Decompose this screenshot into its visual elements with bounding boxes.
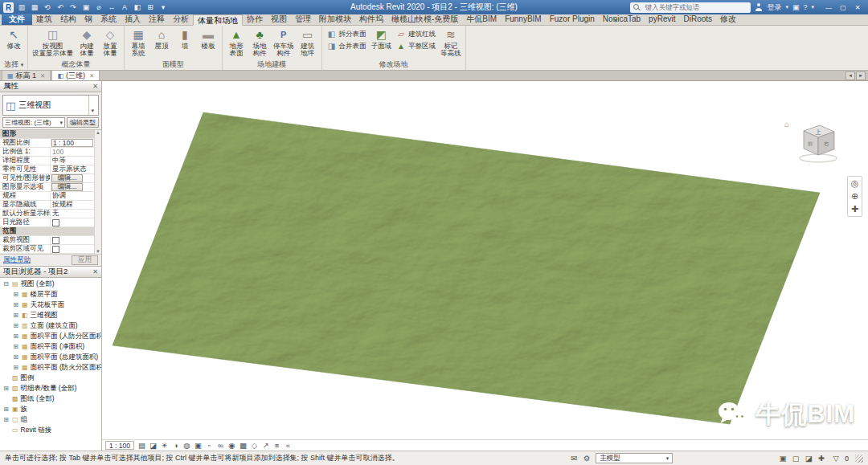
parking-component-button[interactable]: P 停车场 构件 <box>272 27 296 58</box>
expand-icon[interactable]: ⊞ <box>12 353 19 361</box>
panel-label-select[interactable]: 选择▾ <box>0 59 27 70</box>
close-view-tab-icon[interactable]: ✕ <box>89 72 94 80</box>
properties-help-link[interactable]: 属性帮助 <box>3 255 31 265</box>
ribbon-options-icon[interactable]: ▾ <box>614 17 617 24</box>
toposurface-button[interactable]: ▲ 地形 表面 <box>225 27 248 58</box>
more-view-controls-icon[interactable]: « <box>283 441 293 451</box>
detail-level-icon[interactable]: ▤ <box>137 441 147 451</box>
sun-path-icon[interactable]: ☀ <box>159 441 170 451</box>
tab-diroots[interactable]: DiRoots <box>679 14 716 25</box>
maximize-button[interactable]: ▢ <box>836 2 850 13</box>
render-icon[interactable]: ◍ <box>182 441 192 451</box>
property-row-visibility-graphics[interactable]: 可见性/图形替换 编辑... <box>0 174 94 183</box>
qat-customize-icon[interactable]: ▾ <box>158 2 169 13</box>
type-selector[interactable]: ◫ 三维视图 ▾ <box>2 95 99 116</box>
property-row-graphic-display-options[interactable]: 图形显示选项 编辑... <box>0 183 94 192</box>
expand-icon[interactable]: ⊞ <box>2 416 10 423</box>
tab-glsbim[interactable]: 橄榄山快模-免费版 <box>387 14 462 25</box>
type-selector-caret-icon[interactable]: ▾ <box>88 96 96 115</box>
edit-type-button[interactable]: 编辑类型 <box>67 117 99 128</box>
expand-icon[interactable]: ⊞ <box>12 332 19 340</box>
element-selector[interactable]: 三维视图: (三维) ▾ <box>2 117 65 128</box>
editable-only-icon[interactable]: ▣ <box>777 453 788 463</box>
roof-button[interactable]: ⌂ 屋顶 <box>150 27 173 51</box>
property-row-scale-value[interactable]: 比例值 1: 100 <box>0 148 94 157</box>
expand-icon[interactable]: ⊞ <box>12 343 19 350</box>
property-row-show-hidden-lines[interactable]: 显示隐藏线 按规程 <box>0 201 94 210</box>
drawing-area[interactable]: ⌂ 上 前 右 ◎⊕✚ <box>102 81 868 439</box>
property-row-default-analysis-display[interactable]: 默认分析显示样式 无 <box>0 210 94 218</box>
tree-item-groups[interactable]: ⊞ ▢ 组 <box>0 414 101 425</box>
expand-icon[interactable]: ⊞ <box>12 312 19 319</box>
revit-app-icon[interactable]: R <box>3 2 14 13</box>
viewcube[interactable]: ⌂ 上 前 右 <box>796 118 841 165</box>
tab-modify[interactable]: 修改 <box>716 14 740 25</box>
save-icon[interactable]: ▦ <box>29 2 40 13</box>
print-icon[interactable]: ▣ <box>80 2 92 13</box>
tab-massing-site[interactable]: 体量和场地 <box>193 14 243 26</box>
tab-file[interactable]: 文件 <box>2 14 32 25</box>
search-input[interactable] <box>643 2 738 12</box>
tab-view[interactable]: 视图 <box>267 14 291 25</box>
selection-filter-icon[interactable]: ▽ <box>830 453 841 463</box>
close-project-browser-icon[interactable]: ✕ <box>92 268 98 275</box>
text-icon[interactable]: A <box>119 2 130 13</box>
help-caret-icon[interactable]: ▾ <box>811 4 814 10</box>
merge-surfaces-button[interactable]: ◨ 合并表面 <box>325 41 369 51</box>
reveal-hidden-elements-icon[interactable]: ◉ <box>227 441 237 451</box>
temporary-view-properties-icon[interactable]: ▦ <box>238 441 248 451</box>
visual-style-icon[interactable]: ◪ <box>148 441 158 451</box>
viewcube-home-icon[interactable]: ⌂ <box>784 120 789 128</box>
building-pad-button[interactable]: ▭ 建筑 地坪 <box>297 27 319 58</box>
scroll-up-icon[interactable]: ▲ <box>96 130 100 135</box>
tab-annotate[interactable]: 注释 <box>145 14 169 25</box>
expand-icon[interactable]: ⊟ <box>2 280 10 288</box>
tab-pyrevit[interactable]: pyRevit <box>645 14 679 25</box>
constraints-icon[interactable]: ≡ <box>272 441 282 451</box>
tab-insert[interactable]: 插入 <box>121 14 145 25</box>
tab-collaborate[interactable]: 协作 <box>243 14 267 25</box>
tree-item-schedules[interactable]: ⊞ ▨ 明细表/数量 (全部) <box>0 383 101 394</box>
tree-item-3d-views[interactable]: ⊞ ◧ 三维视图 <box>0 310 101 320</box>
expand-icon[interactable]: ⊞ <box>2 385 10 392</box>
editing-requests-icon[interactable]: ✉ <box>568 453 579 463</box>
app-store-icon[interactable]: ▣ <box>792 3 800 11</box>
tab-funnybim[interactable]: FunnyBIM <box>501 14 546 25</box>
sign-in-caret-icon[interactable]: ▾ <box>785 4 788 10</box>
tree-item-elevations[interactable]: ⊞ ▥ 立面 (建筑立面) <box>0 320 101 331</box>
property-row-detail-level[interactable]: 详细程度 中等 <box>0 157 94 165</box>
tree-item-views-all[interactable]: ⊟ ▤ 视图 (全部) <box>0 279 101 289</box>
aligned-dimension-icon[interactable]: ↔ <box>106 2 117 13</box>
subregion-button[interactable]: ◩ 子面域 <box>370 27 394 51</box>
tab-bimobject[interactable]: 构件坞 <box>355 14 387 25</box>
tree-item-families[interactable]: ⊞ ▣ 族 <box>0 404 101 414</box>
tree-item-legends[interactable]: ▧ 图例 <box>0 373 101 383</box>
property-row-crop-view[interactable]: 裁剪视图 <box>0 236 94 245</box>
minimize-button[interactable]: — <box>821 2 836 13</box>
previous-tab-icon[interactable]: ◂ <box>845 71 855 80</box>
expand-icon[interactable]: ⊞ <box>12 291 19 298</box>
help-search-box[interactable] <box>630 2 751 13</box>
sync-with-central-icon[interactable]: ⟲ <box>42 2 53 13</box>
displacement-sets-icon[interactable]: ↗ <box>260 441 271 451</box>
tree-item-sheets[interactable]: ▩ 图纸 (全部) <box>0 394 101 404</box>
tab-systems[interactable]: 系统 <box>96 14 121 25</box>
close-button[interactable]: ✕ <box>850 2 865 13</box>
shadows-icon[interactable]: ◑ <box>170 441 181 451</box>
tab-fuzor-plugin[interactable]: Fuzor Plugin <box>546 14 599 25</box>
scroll-down-icon[interactable]: ▼ <box>96 249 100 254</box>
property-row-sun-path[interactable]: 日光路径 <box>0 218 94 227</box>
view-scale-control[interactable]: 1 : 100 <box>105 441 134 450</box>
tree-item-ceiling-plans[interactable]: ⊞ ▦ 天花板平面 <box>0 300 101 310</box>
property-row-discipline[interactable]: 规程 协调 <box>0 192 94 201</box>
tree-item-area-plans-gross[interactable]: ⊞ ▦ 面积平面 (总建筑面积) <box>0 352 101 362</box>
worksets-icon[interactable]: ⚙ <box>581 453 592 463</box>
close-properties-icon[interactable]: ✕ <box>92 83 98 90</box>
close-view-tab-icon[interactable]: ✕ <box>40 72 45 80</box>
split-surface-button[interactable]: ◧ 拆分表面 <box>325 29 369 39</box>
tree-item-area-plans-civil-defense[interactable]: ⊞ ▦ 面积平面 (人防分区面积) <box>0 331 101 341</box>
toposurface[interactable] <box>113 112 820 424</box>
undo-icon[interactable]: ↶ <box>55 2 66 13</box>
graded-region-button[interactable]: ▲ 平整区域 <box>394 41 438 51</box>
properties-scrollbar[interactable]: ▲ ▼ <box>94 130 101 254</box>
